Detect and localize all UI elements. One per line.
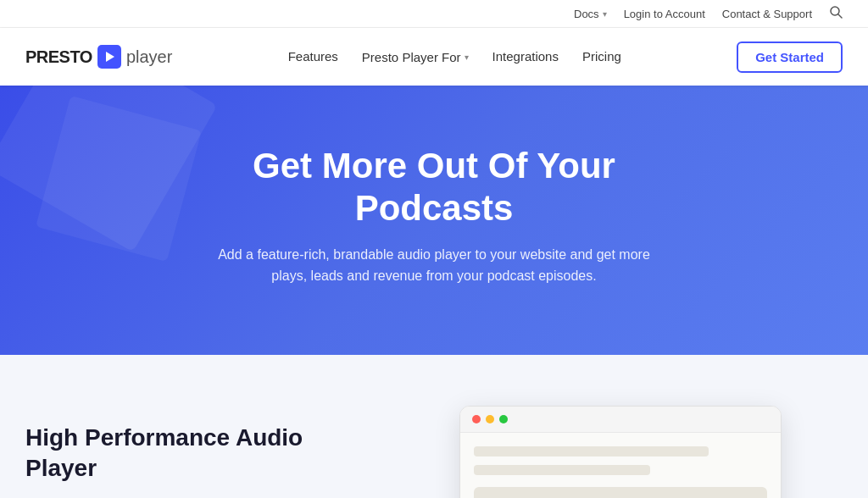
nav-links: Features Presto Player For ▾ Integration… [288,49,621,64]
hero-section: Get More Out Of Your Podcasts Add a feat… [0,86,868,355]
logo-presto-text: PRESTO [25,47,92,67]
browser-content: Sticky Player [460,433,781,498]
search-button[interactable] [829,5,843,22]
docs-chevron-icon: ▾ [603,9,607,19]
browser-dot-yellow [486,415,494,423]
hero-headline-line1: Get More Out Of Your [253,146,615,185]
content-left: High Performance Audio Player Add a high… [25,406,348,498]
hero-headline: Get More Out Of Your Podcasts [25,145,843,230]
content-section: High Performance Audio Player Add a high… [0,355,868,498]
svg-line-1 [838,14,842,18]
nav-pricing[interactable]: Pricing [582,49,621,64]
section-title-line1: High Performance Audio [25,424,303,451]
skeleton-block-1 [474,487,767,498]
logo-link[interactable]: PRESTO player [25,45,172,69]
utility-bar: Docs ▾ Login to Account Contact & Suppor… [0,0,868,28]
hero-headline-line2: Podcasts [355,188,514,228]
get-started-button[interactable]: Get Started [737,42,843,73]
logo-icon [97,45,121,69]
contact-link[interactable]: Contact & Support [722,8,812,20]
browser-bar [460,407,781,433]
section-heading: High Performance Audio Player [25,423,348,484]
nav-integrations[interactable]: Integrations [492,49,559,64]
nav-presto-for-label: Presto Player For [362,50,461,64]
nav-presto-for[interactable]: Presto Player For ▾ [362,50,469,64]
presto-for-chevron-icon: ▾ [465,53,469,62]
svg-marker-2 [106,52,114,62]
docs-label: Docs [574,8,599,20]
skeleton-line-2 [474,465,650,475]
browser-mockup: Sticky Player [459,406,782,498]
nav-features[interactable]: Features [288,49,338,64]
search-icon [829,5,843,19]
docs-link[interactable]: Docs ▾ [574,8,607,20]
content-right: Sticky Player [398,406,843,498]
main-nav: PRESTO player Features Presto Player For… [0,28,868,86]
browser-dot-red [472,415,481,423]
login-link[interactable]: Login to Account [624,8,705,20]
skeleton-line-1 [474,446,709,456]
logo-player-text: player [126,47,172,67]
hero-subtext: Add a feature-rich, brandable audio play… [214,244,654,287]
browser-dot-green [499,415,508,423]
section-title-line2: Player [25,455,97,481]
